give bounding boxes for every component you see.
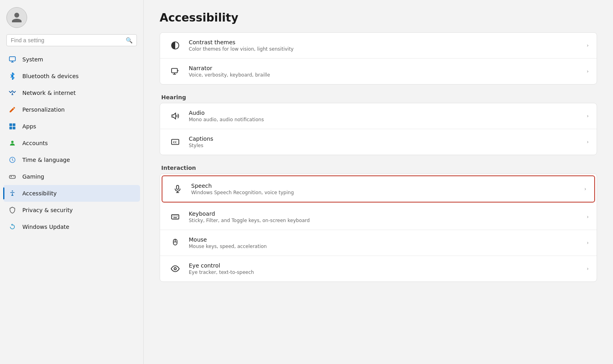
sidebar-item-label-accounts: Accounts xyxy=(22,140,48,146)
settings-item-audio[interactable]: AudioMono audio, audio notifications› xyxy=(160,103,597,129)
mouse-desc: Mouse keys, speed, acceleration xyxy=(189,244,587,249)
settings-item-captions[interactable]: CCCaptionsStyles› xyxy=(160,129,597,155)
sidebar-item-time[interactable]: Time & language xyxy=(3,152,140,168)
svg-rect-4 xyxy=(13,127,16,130)
contrast-themes-icon xyxy=(168,38,182,53)
svg-rect-0 xyxy=(10,57,16,61)
keyboard-text: KeyboardSticky, Filter, and Toggle keys,… xyxy=(189,211,587,223)
narrator-icon xyxy=(168,64,182,79)
settings-item-mouse[interactable]: MouseMouse keys, speed, acceleration› xyxy=(160,230,597,256)
svg-point-10 xyxy=(12,191,13,192)
sidebar-item-label-system: System xyxy=(22,56,43,63)
sidebar-item-label-time: Time & language xyxy=(22,157,70,163)
narrator-text: NarratorVoice, verbosity, keyboard, brai… xyxy=(189,65,587,78)
eye-control-text: Eye controlEye tracker, text-to-speech xyxy=(189,262,587,275)
speech-title: Speech xyxy=(191,183,584,189)
captions-icon: CC xyxy=(168,135,182,149)
captions-text: CaptionsStyles xyxy=(189,136,587,148)
mouse-icon xyxy=(168,236,182,250)
settings-item-speech[interactable]: SpeechWindows Speech Recognition, voice … xyxy=(162,175,595,203)
audio-desc: Mono audio, audio notifications xyxy=(189,117,587,122)
audio-icon xyxy=(168,109,182,123)
audio-text: AudioMono audio, audio notifications xyxy=(189,110,587,122)
bluetooth-icon xyxy=(8,72,17,81)
keyboard-desc: Sticky, Filter, and Toggle keys, on-scre… xyxy=(189,218,587,223)
speech-desc: Windows Speech Recognition, voice typing xyxy=(191,190,584,195)
mouse-text: MouseMouse keys, speed, acceleration xyxy=(189,236,587,249)
svg-point-28 xyxy=(174,268,176,270)
accounts-icon xyxy=(8,139,17,148)
sidebar-item-bluetooth[interactable]: Bluetooth & devices xyxy=(3,68,140,85)
audio-arrow-icon: › xyxy=(587,113,589,119)
settings-group-interaction: SpeechWindows Speech Recognition, voice … xyxy=(160,173,597,282)
sidebar-header xyxy=(0,0,143,33)
sidebar-item-apps[interactable]: Apps xyxy=(3,118,140,135)
sidebar-item-label-privacy: Privacy & security xyxy=(22,207,73,213)
speech-text: SpeechWindows Speech Recognition, voice … xyxy=(191,183,584,195)
narrator-desc: Voice, verbosity, keyboard, braille xyxy=(189,72,587,78)
captions-title: Captions xyxy=(189,136,587,142)
captions-arrow-icon: › xyxy=(587,139,589,145)
search-icon: 🔍 xyxy=(126,37,132,43)
contrast-themes-desc: Color themes for low vision, light sensi… xyxy=(189,46,587,52)
accessibility-icon xyxy=(8,189,17,198)
settings-container: Contrast themesColor themes for low visi… xyxy=(160,32,597,282)
gaming-icon xyxy=(8,172,17,181)
eye-control-icon xyxy=(168,262,182,276)
settings-item-eye-control[interactable]: Eye controlEye tracker, text-to-speech› xyxy=(160,256,597,281)
svg-rect-2 xyxy=(13,124,16,126)
page-title: Accessibility xyxy=(160,11,597,24)
sidebar-item-label-apps: Apps xyxy=(22,123,36,130)
contrast-themes-text: Contrast themesColor themes for low visi… xyxy=(189,39,587,52)
contrast-themes-arrow-icon: › xyxy=(587,43,589,48)
search-box[interactable]: 🔍 xyxy=(6,34,137,46)
system-icon xyxy=(8,55,17,64)
update-icon xyxy=(8,222,17,231)
svg-point-8 xyxy=(14,177,15,177)
section-heading-interaction: Interaction xyxy=(160,165,597,171)
settings-item-contrast-themes[interactable]: Contrast themesColor themes for low visi… xyxy=(160,33,597,59)
section-interaction: InteractionSpeechWindows Speech Recognit… xyxy=(160,165,597,282)
svg-rect-3 xyxy=(10,127,12,130)
sidebar-item-accessibility[interactable]: Accessibility xyxy=(3,185,140,202)
sidebar-item-label-update: Windows Update xyxy=(22,224,69,230)
privacy-icon xyxy=(8,206,17,214)
network-icon xyxy=(8,89,17,97)
svg-point-5 xyxy=(11,141,14,143)
user-icon xyxy=(11,12,23,24)
keyboard-icon xyxy=(168,210,182,224)
section-hearing: HearingAudioMono audio, audio notificati… xyxy=(160,94,597,155)
settings-item-keyboard[interactable]: KeyboardSticky, Filter, and Toggle keys,… xyxy=(160,204,597,230)
sidebar-item-update[interactable]: Windows Update xyxy=(3,218,140,235)
keyboard-arrow-icon: › xyxy=(587,214,589,220)
audio-title: Audio xyxy=(189,110,587,116)
captions-desc: Styles xyxy=(189,143,587,148)
sidebar-item-label-accessibility: Accessibility xyxy=(22,190,57,197)
sidebar-item-label-network: Network & internet xyxy=(22,90,76,96)
sidebar-item-personalization[interactable]: Personalization xyxy=(3,101,140,118)
sidebar-item-system[interactable]: System xyxy=(3,51,140,68)
narrator-title: Narrator xyxy=(189,65,587,71)
sidebar-item-privacy[interactable]: Privacy & security xyxy=(3,202,140,218)
speech-icon xyxy=(170,182,185,196)
eye-control-desc: Eye tracker, text-to-speech xyxy=(189,270,587,275)
keyboard-title: Keyboard xyxy=(189,211,587,217)
sidebar-item-accounts[interactable]: Accounts xyxy=(3,135,140,152)
sidebar-nav: SystemBluetooth & devicesNetwork & inter… xyxy=(0,51,143,235)
apps-icon xyxy=(8,122,17,131)
svg-point-7 xyxy=(13,176,14,177)
personalization-icon xyxy=(8,105,17,114)
narrator-arrow-icon: › xyxy=(587,69,589,74)
sidebar: 🔍 SystemBluetooth & devicesNetwork & int… xyxy=(0,0,144,364)
svg-rect-16 xyxy=(176,185,179,189)
search-input[interactable] xyxy=(11,37,126,43)
main-content: Accessibility Contrast themesColor theme… xyxy=(144,0,613,364)
avatar[interactable] xyxy=(6,7,27,28)
sidebar-item-gaming[interactable]: Gaming xyxy=(3,168,140,185)
eye-control-title: Eye control xyxy=(189,262,587,269)
settings-group-vision: Contrast themesColor themes for low visi… xyxy=(160,32,597,85)
sidebar-item-network[interactable]: Network & internet xyxy=(3,85,140,101)
svg-rect-12 xyxy=(172,69,178,73)
mouse-arrow-icon: › xyxy=(587,240,589,246)
settings-item-narrator[interactable]: NarratorVoice, verbosity, keyboard, brai… xyxy=(160,59,597,84)
